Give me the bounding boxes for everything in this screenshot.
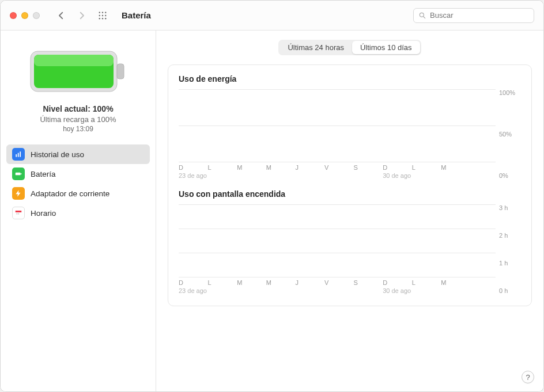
apps-grid-button[interactable] bbox=[95, 8, 110, 23]
battery-illustration bbox=[29, 47, 127, 96]
chart-plot-area bbox=[179, 204, 496, 277]
svg-point-8 bbox=[105, 18, 106, 19]
sidebar: Nivel actual: 100% Última recarga a 100%… bbox=[1, 31, 156, 391]
chart-title: Uso con pantalla encendida bbox=[179, 189, 521, 199]
grid-icon bbox=[97, 10, 108, 21]
y-tick-label: 3 h bbox=[499, 204, 521, 211]
window: Batería Nivel actual: 100% Última recarg… bbox=[0, 0, 544, 392]
chevron-left-icon bbox=[56, 10, 66, 21]
y-tick-label: 2 h bbox=[499, 232, 521, 239]
x-tick-label: L bbox=[208, 279, 237, 286]
window-controls bbox=[10, 12, 40, 19]
x-tick-label: M bbox=[266, 164, 296, 171]
x-tick-label: L bbox=[412, 279, 441, 286]
sidebar-menu: Historial de usoBateríaAdaptador de corr… bbox=[1, 143, 156, 224]
history-bars-icon bbox=[12, 148, 25, 161]
svg-point-1 bbox=[102, 12, 103, 13]
x-tick-label: L bbox=[208, 164, 237, 171]
sidebar-item-label: Horario bbox=[31, 209, 56, 218]
svg-rect-15 bbox=[16, 154, 17, 157]
main-content: Últimas 24 horasÚltimos 10 días Uso de e… bbox=[156, 31, 543, 391]
minimize-icon[interactable] bbox=[21, 12, 28, 19]
x-tick-label: M bbox=[237, 279, 266, 286]
toolbar: Batería bbox=[1, 1, 543, 31]
close-icon[interactable] bbox=[10, 12, 17, 19]
x-tick-label: M bbox=[441, 279, 470, 286]
svg-point-9 bbox=[420, 13, 424, 17]
y-axis: 100%50%0% bbox=[496, 89, 521, 179]
svg-point-5 bbox=[105, 14, 106, 16]
svg-rect-14 bbox=[34, 55, 114, 66]
help-button[interactable]: ? bbox=[522, 371, 534, 383]
x-tick-label: V bbox=[324, 164, 354, 171]
last-full-charge-time: hoy 13:09 bbox=[1, 125, 156, 133]
y-tick-label: 100% bbox=[499, 89, 521, 96]
svg-point-3 bbox=[99, 14, 100, 16]
sidebar-item-label: Historial de uso bbox=[31, 150, 84, 159]
search-icon bbox=[418, 12, 426, 20]
x-tick-label: L bbox=[412, 164, 441, 171]
tab-last-24h[interactable]: Últimas 24 horas bbox=[279, 41, 352, 54]
x-tick-label: J bbox=[295, 279, 324, 286]
svg-line-10 bbox=[424, 16, 425, 18]
svg-rect-21 bbox=[16, 211, 22, 212]
battery-level-label: Nivel actual: 100% bbox=[1, 104, 156, 113]
bolt-icon bbox=[12, 187, 25, 200]
charts-card: Uso de energía DLMMJVSDLM bbox=[168, 64, 532, 306]
window-title: Batería bbox=[122, 10, 151, 20]
chart-plot-area bbox=[179, 89, 496, 162]
x-tick-label: D bbox=[179, 164, 208, 171]
battery-info: Nivel actual: 100% Última recarga a 100%… bbox=[1, 102, 156, 143]
x-tick-label: D bbox=[383, 164, 412, 171]
y-tick-label: 0% bbox=[499, 172, 521, 179]
x-sublabel-end: 30 de ago bbox=[383, 172, 470, 179]
chart-title: Uso de energía bbox=[179, 74, 521, 83]
x-tick-label: M bbox=[441, 164, 470, 171]
sidebar-item-power-adapter[interactable]: Adaptador de corriente bbox=[6, 184, 150, 203]
energy-usage-chart: Uso de energía DLMMJVSDLM bbox=[179, 74, 521, 179]
x-sublabel-start: 23 de ago bbox=[179, 172, 383, 179]
y-tick-label: 50% bbox=[499, 131, 521, 138]
last-full-charge-label: Última recarga a 100% bbox=[1, 115, 156, 124]
sidebar-item-usage-history[interactable]: Historial de uso bbox=[6, 144, 150, 164]
svg-rect-19 bbox=[21, 173, 21, 174]
back-button[interactable] bbox=[54, 8, 69, 23]
svg-rect-22 bbox=[17, 214, 18, 215]
tab-last-10d[interactable]: Últimos 10 días bbox=[352, 41, 420, 54]
svg-point-0 bbox=[99, 12, 100, 13]
x-tick-label: D bbox=[383, 279, 412, 286]
y-axis: 3 h2 h1 h0 h bbox=[496, 204, 521, 294]
screen-on-usage-chart: Uso con pantalla encendida DLMMJVSDLM bbox=[179, 189, 521, 294]
sidebar-item-schedule[interactable]: Horario bbox=[6, 203, 150, 223]
battery-icon bbox=[12, 168, 25, 180]
svg-rect-12 bbox=[117, 64, 124, 79]
sidebar-item-label: Batería bbox=[31, 170, 56, 178]
x-tick-label: V bbox=[324, 279, 354, 286]
svg-rect-16 bbox=[18, 153, 19, 157]
chevron-right-icon bbox=[77, 10, 87, 21]
sidebar-item-battery[interactable]: Batería bbox=[6, 164, 150, 184]
zoom-icon[interactable] bbox=[33, 12, 40, 19]
x-tick-label: M bbox=[266, 279, 296, 286]
svg-rect-17 bbox=[20, 151, 21, 157]
search-field[interactable] bbox=[413, 8, 534, 23]
svg-point-7 bbox=[102, 18, 103, 19]
x-tick-label: D bbox=[179, 279, 208, 286]
x-sublabel-start: 23 de ago bbox=[179, 287, 383, 294]
svg-rect-18 bbox=[16, 173, 21, 176]
svg-point-2 bbox=[105, 12, 106, 13]
x-tick-label: S bbox=[354, 164, 383, 171]
x-tick-label: J bbox=[295, 164, 324, 171]
y-tick-label: 0 h bbox=[499, 287, 521, 294]
svg-rect-23 bbox=[18, 214, 19, 215]
time-range-segmented: Últimas 24 horasÚltimos 10 días bbox=[278, 40, 421, 55]
x-tick-label: M bbox=[237, 164, 266, 171]
svg-point-4 bbox=[102, 14, 103, 16]
svg-point-6 bbox=[99, 18, 100, 19]
x-tick-label: S bbox=[354, 279, 383, 286]
y-tick-label: 1 h bbox=[499, 260, 521, 267]
calendar-icon bbox=[12, 207, 25, 219]
forward-button[interactable] bbox=[74, 8, 89, 23]
sidebar-item-label: Adaptador de corriente bbox=[31, 189, 109, 198]
search-input[interactable] bbox=[430, 11, 529, 20]
